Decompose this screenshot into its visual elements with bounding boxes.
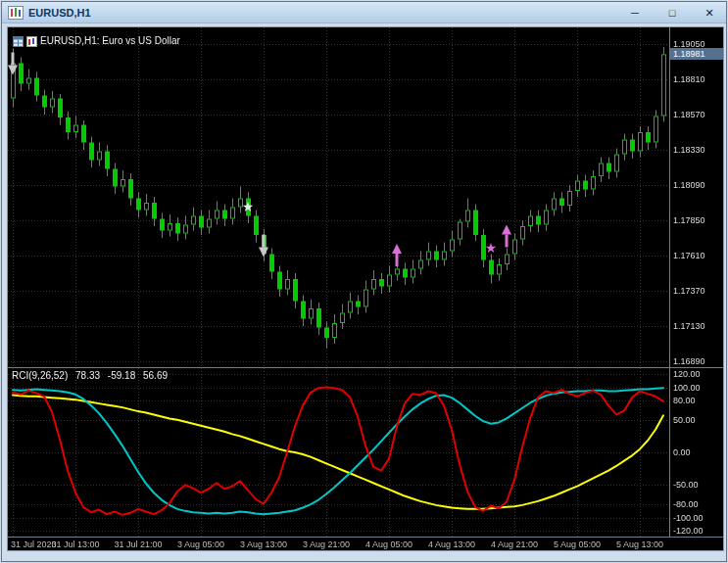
price-axis-label: 1.17130 [673, 321, 705, 332]
indicator-axis-label: -50.00 [673, 480, 699, 491]
price-axis-label: 1.18570 [673, 110, 705, 120]
time-axis-label: 31 Jul 21:00 [114, 540, 162, 550]
price-axis-label: 1.17850 [673, 215, 705, 226]
price-axis-label: 1.16890 [673, 356, 705, 367]
indicator-value-mid: -59.18 [108, 370, 135, 381]
time-axis-label: 31 Jul 2020 [11, 540, 57, 550]
window-title: EURUSD,H1 [28, 7, 91, 19]
indicator-value-fast: 78.33 [75, 370, 100, 381]
chart-area: EURUSD,H1: Euro vs US Dollar RCI(9,26,52… [7, 26, 724, 551]
indicator-value-slow: 56.69 [143, 370, 168, 381]
chart-client-area: EURUSD,H1: Euro vs US Dollar RCI(9,26,52… [2, 23, 726, 561]
maximize-button[interactable]: □ [661, 3, 683, 23]
chart-symbol-label: EURUSD,H1: Euro vs US Dollar [13, 35, 180, 47]
close-button[interactable]: ✕ [699, 3, 720, 23]
time-axis-label: 31 Jul 13:00 [51, 540, 99, 550]
indicator-axis-label: 80.00 [673, 396, 696, 406]
indicator-axis-label: 50.00 [673, 415, 696, 426]
price-axis-label: 1.18810 [673, 74, 705, 85]
price-axis-label: 1.18330 [673, 145, 705, 156]
time-axis-label: 3 Aug 05:00 [177, 540, 224, 550]
table-icon [13, 36, 24, 47]
indicator-axis-label: -80.00 [673, 499, 699, 510]
indicator-axis-label: -100.00 [673, 513, 704, 524]
time-axis-label: 4 Aug 05:00 [365, 540, 413, 550]
time-axis-label: 3 Aug 13:00 [240, 540, 287, 550]
price-axis-label: 1.18090 [673, 180, 705, 191]
candlestick-chart-icon [8, 6, 24, 20]
indicator-label: RCI(9,26,52) 78.33 -59.18 56.69 [12, 370, 172, 382]
window-controls: ─ □ ✕ [608, 3, 720, 23]
price-axis-label: 1.17610 [673, 251, 705, 261]
time-axis-label: 5 Aug 05:00 [554, 540, 601, 550]
time-axis-label: 3 Aug 21:00 [303, 540, 350, 550]
indicator-name: RCI(9,26,52) [12, 370, 68, 381]
candlesticks-icon [26, 36, 37, 47]
price-axis-label: 1.17370 [673, 286, 705, 297]
time-axis-label: 5 Aug 13:00 [616, 540, 663, 550]
time-axis-label: 4 Aug 21:00 [491, 540, 538, 550]
price-axis-label: 1.19050 [673, 39, 705, 50]
indicator-axis-label: 120.00 [673, 369, 701, 380]
minimize-button[interactable]: ─ [624, 3, 646, 23]
metatrader-chart-window: EURUSD,H1 ─ □ ✕ EURUSD,H [1, 1, 727, 562]
indicator-axis-label: 100.00 [673, 383, 701, 394]
price-chart-canvas[interactable] [8, 27, 723, 550]
chart-header-text: EURUSD,H1: Euro vs US Dollar [40, 35, 180, 47]
window-titlebar[interactable]: EURUSD,H1 ─ □ ✕ [2, 2, 726, 23]
indicator-axis-label: -120.00 [673, 526, 704, 537]
indicator-axis-label: 0.00 [673, 447, 691, 458]
time-axis-label: 4 Aug 13:00 [428, 540, 475, 550]
